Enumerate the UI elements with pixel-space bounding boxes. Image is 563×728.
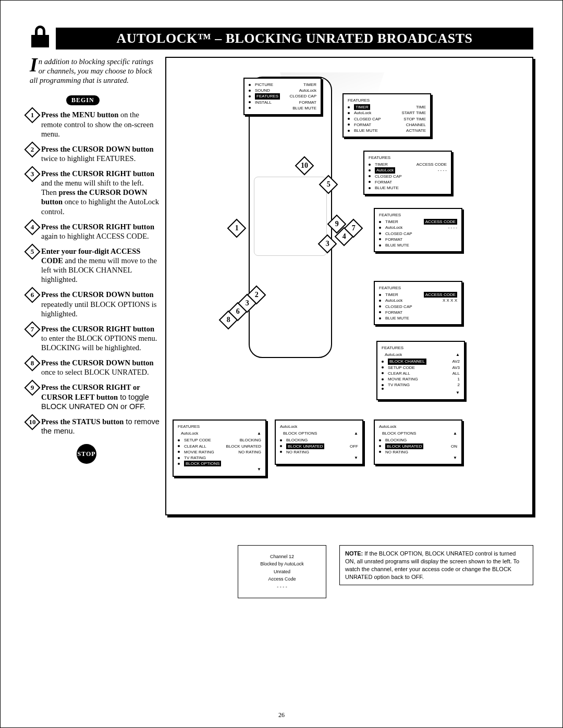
blocked-line1: Channel 12: [243, 553, 321, 560]
instructions-column: In addition to blocking specific ratings…: [30, 57, 160, 515]
step-10: 10Press the STATUS button to remove the …: [30, 415, 160, 440]
remote-illustration: [249, 77, 332, 358]
step-9: 9Press the CURSOR RIGHT or CURSOR LEFT b…: [30, 381, 160, 415]
stop-badge: STOP: [77, 444, 96, 464]
dropcap: I: [30, 57, 39, 72]
lock-icon: [30, 26, 51, 52]
blocked-line3: Unrated: [243, 568, 321, 575]
intro-text: In addition to blocking specific ratings…: [30, 57, 160, 85]
osd-access-code-entered: FEATURESTIMERACCESS CODEAutoLockX X X XC…: [374, 281, 462, 325]
step-4: 4Press the CURSOR RIGHT button again to …: [30, 220, 160, 245]
osd-main-menu: PICTURETIMERSOUNDAutoLockFEATURESCLOSED …: [243, 78, 322, 115]
blocked-line4: Access Code: [243, 575, 321, 583]
osd-autolock-submenu: FEATURESAutoLock ▲BLOCK CHANNELAV2SETUP …: [376, 341, 465, 400]
step-8: 8Press the CURSOR DOWN button once to se…: [30, 356, 160, 381]
note-box: NOTE: If the BLOCK OPTION, BLOCK UNRATED…: [339, 545, 533, 585]
page-title: AUTOLOCK™ – BLOCKING UNRATED BROADCASTS: [56, 28, 533, 50]
diagram-column: PICTURETIMERSOUNDAutoLockFEATURESCLOSED …: [165, 57, 533, 515]
blocked-line5: - - - -: [243, 583, 321, 590]
blocked-screen-example: Channel 12 Blocked by AutoLock Unrated A…: [238, 545, 326, 598]
osd-features-timer: FEATURESTIMERTIMEAutoLockSTART TIMECLOSE…: [342, 93, 431, 138]
step-3: 3Press the CURSOR RIGHT button and the m…: [30, 167, 160, 220]
step-1: 1Press the MENU button on the remote con…: [30, 108, 160, 142]
note-bold: NOTE:: [345, 550, 363, 557]
begin-badge: BEGIN: [66, 95, 100, 105]
step-6: 6Press the CURSOR DOWN button repeatedly…: [30, 288, 160, 322]
note-text: If the BLOCK OPTION, BLOCK UNRATED contr…: [345, 550, 519, 580]
osd-access-code-blank: FEATURESTIMERACCESS CODEAutoLock- - - -C…: [374, 208, 462, 252]
page-number: 26: [1, 711, 562, 719]
osd-block-unrated-off: AutoLockBLOCK OPTIONS ▲BLOCKINGBLOCK UNR…: [275, 419, 363, 465]
osd-block-unrated-on: AutoLockBLOCK OPTIONS ▲BLOCKINGBLOCK UNR…: [374, 419, 462, 465]
step-7: 7Press the CURSOR RIGHT button to enter …: [30, 323, 160, 356]
osd-features-autolock: FEATURESTIMERACCESS CODEAutoLock- - - -C…: [363, 151, 452, 195]
title-bar: AUTOLOCK™ – BLOCKING UNRATED BROADCASTS: [30, 26, 533, 52]
intro-rest: n addition to blocking specific ratings …: [30, 57, 153, 84]
step-5: 5Enter your four-digit ACCESS CODE and t…: [30, 245, 160, 289]
osd-block-options-list: FEATURESAutoLock ▲SETUP CODEBLOCKINGCLEA…: [173, 419, 266, 477]
blocked-line2: Blocked by AutoLock: [243, 560, 321, 567]
step-2: 2Press the CURSOR DOWN button twice to h…: [30, 143, 160, 167]
